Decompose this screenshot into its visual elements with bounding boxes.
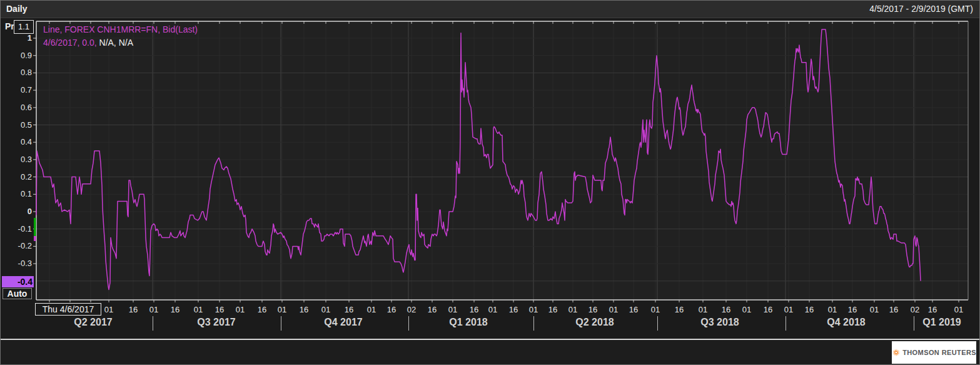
bottom-bar <box>1 339 979 365</box>
x-axis-tick-label: 16 <box>884 305 903 314</box>
chart-window: Daily 4/5/2017 - 2/9/2019 (GMT) Pr 1.1 1… <box>0 0 980 365</box>
y-axis-tick-label: 0.9 <box>1 51 32 61</box>
x-axis-quarter-divider <box>281 316 281 331</box>
orb-dot <box>894 354 894 355</box>
orb-dot <box>894 352 894 352</box>
x-axis-quarter-divider <box>533 316 534 331</box>
x-axis-quarter-divider <box>408 316 409 331</box>
orb-dot <box>895 350 896 351</box>
legend-series-label[interactable]: Line, FOREX CNH1MRR=FN, Bid(Last) <box>43 23 198 36</box>
orb-dot <box>894 353 895 354</box>
x-axis-quarter-label: Q2 2018 <box>551 317 639 328</box>
orb-dot <box>894 354 894 354</box>
auto-scale-button[interactable]: Auto <box>3 288 32 299</box>
x-axis-tick-label: 16 <box>382 305 401 314</box>
x-axis-tick-label: 01 <box>694 305 712 314</box>
x-axis-tick-label: 01 <box>231 305 250 314</box>
x-axis-tick-label: 16 <box>166 305 184 314</box>
x-axis-tick-label: 16 <box>543 305 562 314</box>
orb-dot <box>898 355 899 356</box>
orb-dot <box>897 349 898 350</box>
x-axis-quarter-divider <box>786 316 786 331</box>
thomson-reuters-wordmark: THOMSON REUTERS <box>902 349 976 356</box>
x-axis-tick-label: 16 <box>465 305 483 314</box>
orb-dot <box>897 352 898 352</box>
orb-dot <box>897 351 898 352</box>
legend-cursor-date-value: 4/6/2017, 0.0, <box>43 38 97 48</box>
orb-dot <box>897 354 897 354</box>
orb-dot <box>899 354 899 355</box>
y-axis-tick-label: 0.8 <box>1 68 32 78</box>
x-axis-tick-label: 01 <box>144 305 163 314</box>
orb-dot <box>899 351 899 352</box>
cursor-date-box: Thu 4/6/2017 <box>35 303 101 316</box>
orb-dot <box>896 356 897 356</box>
y-axis-tick-label: 0.6 <box>1 103 32 113</box>
orb-dot <box>893 351 894 352</box>
x-axis-tick-label: 16 <box>759 305 777 314</box>
orb-dot <box>896 354 897 355</box>
x-axis-quarter-label: Q4 2017 <box>300 317 387 328</box>
x-axis-tick-label: 16 <box>923 305 942 314</box>
x-axis-quarter-label: Q1 2018 <box>425 317 512 328</box>
x-axis-tick-label: 01 <box>316 305 335 314</box>
x-axis-tick-label: 16 <box>717 305 735 314</box>
orb-dot <box>897 352 898 353</box>
y-axis-tick-label: 0.3 <box>1 155 32 165</box>
orb-dot <box>896 349 896 350</box>
x-axis-tick-label: 01 <box>443 305 462 314</box>
orb-dot <box>897 354 897 355</box>
x-axis-quarter-divider <box>153 316 153 331</box>
orb-dot <box>896 350 897 351</box>
x-axis-tick-label: 01 <box>823 305 842 314</box>
x-axis-tick-label: 16 <box>253 305 271 314</box>
y-axis-tick-label: 0.5 <box>1 120 32 130</box>
orb-dot <box>896 350 896 351</box>
x-axis-tick-label: 01 <box>524 305 543 314</box>
last-value-badge: -0.4 <box>2 276 34 287</box>
y-axis-tick-label: -0.1 <box>1 224 32 234</box>
x-axis-tick-label: 16 <box>800 305 819 314</box>
x-axis-tick-label: 16 <box>504 305 523 314</box>
orb-dot <box>898 351 899 352</box>
x-axis-tick-label: 01 <box>189 305 208 314</box>
orb-dot <box>896 354 896 354</box>
x-axis-quarter-label: Q4 2018 <box>802 317 890 328</box>
orb-dot <box>894 355 895 356</box>
x-axis-tick-label: 16 <box>624 305 643 314</box>
orb-dot <box>893 354 894 354</box>
interval-label[interactable]: Daily <box>6 4 27 14</box>
orb-dot <box>894 352 895 353</box>
orb-dot <box>898 350 899 351</box>
y-axis-tick-label: 0.2 <box>1 172 32 182</box>
y-axis-tick-label: 0 <box>1 207 32 217</box>
orb-dot <box>897 350 898 351</box>
axis-green-marker <box>34 218 36 236</box>
orb-dot <box>893 352 894 352</box>
x-axis-tick-label: 01 <box>483 305 502 314</box>
x-axis-tick-label: 02 <box>906 305 924 314</box>
x-axis-tick-label: 01 <box>737 305 756 314</box>
x-axis-tick-label: 01 <box>865 305 884 314</box>
y-axis-max-box: 1.1 <box>14 20 34 34</box>
legend-cursor-values: 4/6/2017, 0.0, N/A, N/A <box>43 36 198 49</box>
x-axis-tick-label: 01 <box>563 305 582 314</box>
orb-dot <box>898 352 899 353</box>
thomson-reuters-orb-icon <box>892 342 900 363</box>
orb-dot <box>893 352 894 353</box>
orb-dot <box>893 353 894 354</box>
x-axis-tick-label: 16 <box>124 305 143 314</box>
y-axis-tick-label: 1 <box>1 33 32 43</box>
x-axis-tick-label: 16 <box>670 305 689 314</box>
orb-dot <box>898 353 899 354</box>
x-axis-tick-label: 01 <box>646 305 665 314</box>
x-axis-quarter-label: Q2 2017 <box>49 317 137 328</box>
x-axis-tick-label: 01 <box>779 305 798 314</box>
axis-magenta-marker <box>34 236 36 241</box>
x-axis-tick-label: 16 <box>843 305 862 314</box>
x-axis-tick-label: 16 <box>583 305 602 314</box>
orb-dot <box>893 351 894 351</box>
x-axis-tick-label: 16 <box>340 305 358 314</box>
x-axis-tick-label: 16 <box>423 305 442 314</box>
orb-dot <box>897 353 898 354</box>
